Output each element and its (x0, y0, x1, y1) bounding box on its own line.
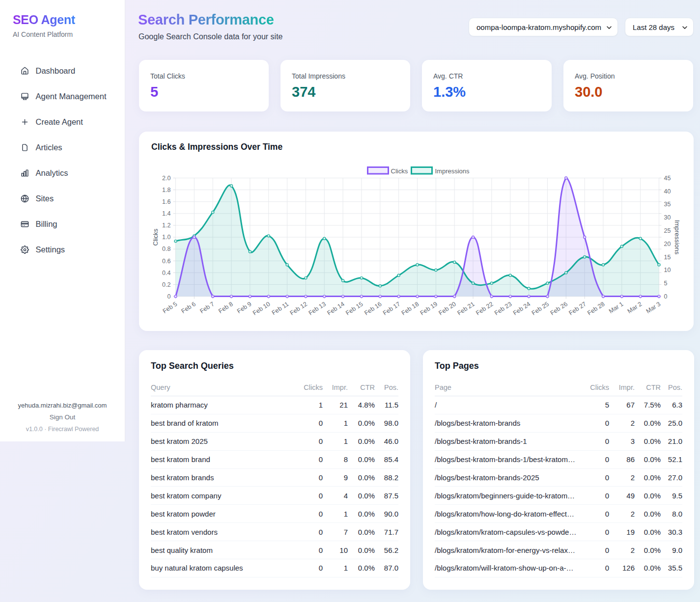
svg-text:5: 5 (664, 280, 668, 287)
svg-text:1.2: 1.2 (162, 222, 170, 229)
svg-text:Feb 21: Feb 21 (456, 301, 476, 317)
svg-text:40: 40 (664, 188, 671, 195)
svg-text:Feb 19: Feb 19 (419, 301, 439, 317)
svg-text:Impressions: Impressions (435, 167, 470, 175)
svg-text:30: 30 (664, 214, 671, 221)
svg-text:0.6: 0.6 (162, 258, 170, 265)
svg-text:Feb 11: Feb 11 (271, 301, 290, 316)
svg-text:45: 45 (664, 175, 671, 182)
svg-text:Feb 17: Feb 17 (382, 301, 401, 317)
svg-text:Feb 20: Feb 20 (438, 301, 457, 317)
svg-text:1.0: 1.0 (162, 234, 170, 241)
svg-text:Feb 23: Feb 23 (493, 301, 513, 317)
svg-text:20: 20 (664, 241, 671, 247)
svg-text:1.6: 1.6 (162, 198, 170, 205)
svg-text:15: 15 (664, 254, 671, 261)
svg-text:Clicks: Clicks (152, 228, 159, 246)
svg-text:1.8: 1.8 (162, 187, 170, 193)
svg-text:Feb 28: Feb 28 (586, 301, 606, 317)
svg-text:1.4: 1.4 (162, 210, 170, 217)
svg-text:Feb 13: Feb 13 (308, 301, 327, 317)
svg-text:Feb 25: Feb 25 (531, 301, 550, 317)
svg-text:0.4: 0.4 (162, 270, 170, 276)
svg-text:Feb 6: Feb 6 (180, 301, 197, 315)
svg-text:Feb 10: Feb 10 (252, 301, 271, 317)
svg-text:25: 25 (664, 227, 671, 234)
svg-text:Feb 5: Feb 5 (162, 301, 178, 315)
svg-text:Feb 27: Feb 27 (567, 301, 587, 317)
svg-text:Mar 1: Mar 1 (608, 301, 624, 315)
svg-text:0.2: 0.2 (162, 281, 170, 288)
svg-text:0: 0 (664, 293, 668, 300)
svg-text:0: 0 (168, 293, 171, 300)
svg-text:Impressions: Impressions (673, 220, 681, 255)
svg-text:0.8: 0.8 (162, 246, 170, 252)
svg-text:Feb 7: Feb 7 (198, 301, 215, 315)
svg-text:10: 10 (664, 267, 671, 274)
svg-text:Feb 8: Feb 8 (217, 301, 234, 315)
svg-text:35: 35 (664, 201, 671, 208)
svg-text:Feb 22: Feb 22 (475, 301, 494, 317)
svg-text:2.0: 2.0 (162, 175, 170, 182)
svg-text:Feb 18: Feb 18 (400, 301, 420, 317)
svg-text:Feb 14: Feb 14 (326, 301, 345, 317)
svg-text:Mar 2: Mar 2 (626, 301, 643, 315)
svg-text:Feb 12: Feb 12 (289, 301, 308, 317)
svg-text:Feb 16: Feb 16 (363, 301, 383, 317)
svg-text:Feb 24: Feb 24 (512, 301, 532, 317)
svg-text:Feb 9: Feb 9 (236, 301, 252, 315)
svg-text:Feb 15: Feb 15 (344, 301, 364, 317)
svg-text:Feb 26: Feb 26 (549, 301, 569, 317)
svg-text:Mar 3: Mar 3 (645, 301, 662, 315)
svg-text:Clicks: Clicks (391, 167, 408, 175)
